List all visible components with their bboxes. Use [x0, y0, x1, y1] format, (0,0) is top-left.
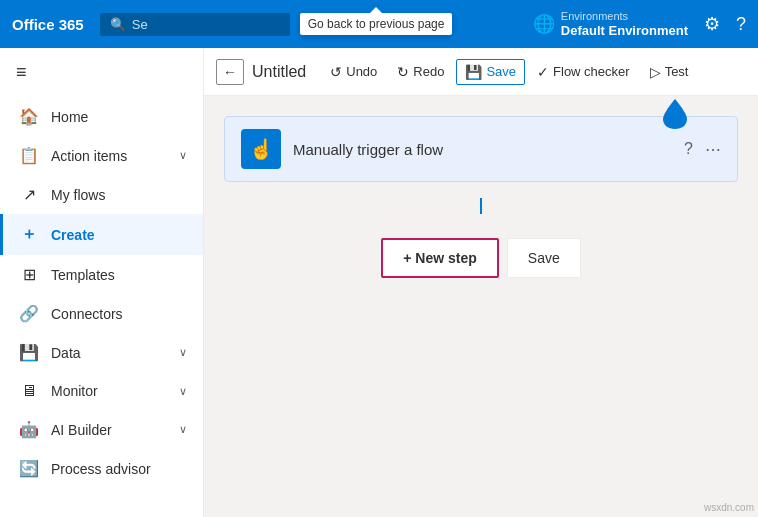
- my-flows-icon: ↗: [19, 185, 39, 204]
- connector-line-top: [480, 198, 482, 214]
- env-name: Default Environment: [561, 23, 688, 39]
- trigger-card: ☝ Manually trigger a flow ? ⋯: [224, 116, 738, 182]
- action-items-icon: 📋: [19, 146, 39, 165]
- top-bar: Office 365 🔍 Se Go back to previous page…: [0, 0, 758, 48]
- watermark: wsxdn.com: [704, 502, 754, 513]
- trigger-label: Manually trigger a flow: [293, 141, 672, 158]
- settings-icon[interactable]: ⚙: [704, 13, 720, 35]
- home-icon: 🏠: [19, 107, 39, 126]
- save-button[interactable]: 💾 Save: [456, 59, 525, 85]
- connectors-icon: 🔗: [19, 304, 39, 323]
- sidebar-item-connectors[interactable]: 🔗 Connectors: [0, 294, 203, 333]
- flow-checker-icon: ✓: [537, 64, 549, 80]
- ai-builder-icon: 🤖: [19, 420, 39, 439]
- sidebar-item-label: Create: [51, 227, 187, 243]
- trigger-icon: ☝: [249, 137, 274, 161]
- sidebar-item-label: Process advisor: [51, 461, 187, 477]
- redo-button[interactable]: ↻ Redo: [389, 60, 452, 84]
- sidebar-item-action-items[interactable]: 📋 Action items ∨: [0, 136, 203, 175]
- test-button[interactable]: ▷ Test: [642, 60, 697, 84]
- more-options-icon[interactable]: ⋯: [705, 140, 721, 159]
- back-tooltip: Go back to previous page: [300, 13, 453, 35]
- create-icon: ＋: [19, 224, 39, 245]
- undo-icon: ↺: [330, 64, 342, 80]
- new-step-button[interactable]: + New step: [381, 238, 499, 278]
- sidebar-item-label: Templates: [51, 267, 187, 283]
- save-icon: 💾: [465, 64, 482, 80]
- title-actions: ↺ Undo ↻ Redo 💾 Save ✓ Flow checker ▷: [322, 59, 696, 85]
- trigger-icon-wrap: ☝: [241, 129, 281, 169]
- water-drop: [663, 99, 687, 132]
- sidebar-item-label: Home: [51, 109, 187, 125]
- layout: ≡ 🏠 Home 📋 Action items ∨ ↗ My flows ＋ C…: [0, 48, 758, 517]
- page-title: Untitled: [252, 63, 306, 81]
- sidebar-item-label: Monitor: [51, 383, 167, 399]
- chevron-down-icon: ∨: [179, 423, 187, 436]
- undo-button[interactable]: ↺ Undo: [322, 60, 385, 84]
- env-label: Environments: [561, 10, 688, 23]
- templates-icon: ⊞: [19, 265, 39, 284]
- sidebar-item-ai-builder[interactable]: 🤖 AI Builder ∨: [0, 410, 203, 449]
- sidebar-item-home[interactable]: 🏠 Home: [0, 97, 203, 136]
- sidebar: ≡ 🏠 Home 📋 Action items ∨ ↗ My flows ＋ C…: [0, 48, 204, 517]
- redo-icon: ↻: [397, 64, 409, 80]
- help-icon[interactable]: ?: [736, 14, 746, 35]
- env-icon: 🌐: [533, 13, 555, 35]
- sidebar-item-process-advisor[interactable]: 🔄 Process advisor: [0, 449, 203, 488]
- top-bar-right: 🌐 Environments Default Environment ⚙ ?: [533, 10, 746, 39]
- back-button[interactable]: ←: [216, 59, 244, 85]
- sidebar-item-label: AI Builder: [51, 422, 167, 438]
- main-content: ← Untitled ↺ Undo ↻ Redo 💾 Save ✓ Flow c…: [204, 48, 758, 517]
- monitor-icon: 🖥: [19, 382, 39, 400]
- search-icon: 🔍: [110, 17, 126, 32]
- data-icon: 💾: [19, 343, 39, 362]
- process-advisor-icon: 🔄: [19, 459, 39, 478]
- sidebar-item-my-flows[interactable]: ↗ My flows: [0, 175, 203, 214]
- sidebar-item-label: Data: [51, 345, 167, 361]
- chevron-down-icon: ∨: [179, 385, 187, 398]
- office-logo: Office 365: [12, 16, 84, 33]
- chevron-down-icon: ∨: [179, 149, 187, 162]
- save-flow-button[interactable]: Save: [507, 238, 581, 278]
- search-box[interactable]: 🔍 Se: [100, 13, 290, 36]
- action-buttons: + New step Save: [381, 238, 580, 278]
- environment-section: 🌐 Environments Default Environment: [533, 10, 688, 39]
- sidebar-item-label: Connectors: [51, 306, 187, 322]
- sidebar-item-label: My flows: [51, 187, 187, 203]
- chevron-down-icon: ∨: [179, 346, 187, 359]
- search-input-text: Se: [132, 17, 148, 32]
- sidebar-item-label: Action items: [51, 148, 167, 164]
- test-icon: ▷: [650, 64, 661, 80]
- flow-checker-button[interactable]: ✓ Flow checker: [529, 60, 638, 84]
- sidebar-item-monitor[interactable]: 🖥 Monitor ∨: [0, 372, 203, 410]
- hamburger-menu[interactable]: ≡: [0, 48, 203, 97]
- connector-section: [480, 198, 482, 214]
- sidebar-item-data[interactable]: 💾 Data ∨: [0, 333, 203, 372]
- sidebar-item-create[interactable]: ＋ Create: [0, 214, 203, 255]
- help-circle-icon[interactable]: ?: [684, 140, 693, 158]
- env-text: Environments Default Environment: [561, 10, 688, 39]
- flow-area: ☝ Manually trigger a flow ? ⋯ + New step: [204, 96, 758, 517]
- sidebar-item-templates[interactable]: ⊞ Templates: [0, 255, 203, 294]
- title-bar: ← Untitled ↺ Undo ↻ Redo 💾 Save ✓ Flow c…: [204, 48, 758, 96]
